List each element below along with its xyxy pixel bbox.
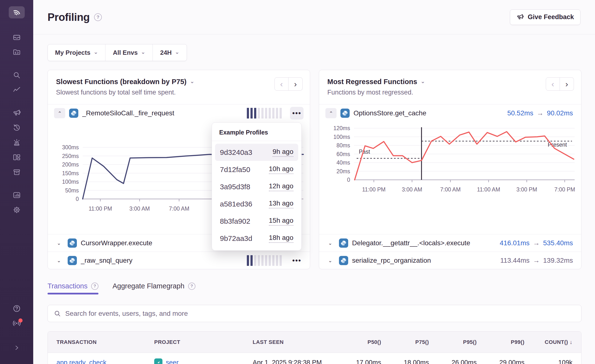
col-project[interactable]: PROJECT: [154, 339, 253, 345]
stats-icon[interactable]: [11, 190, 22, 200]
page-help-icon[interactable]: ?: [94, 13, 102, 21]
profile-item[interactable]: 8b3fa902 15h ago: [215, 213, 298, 230]
regressed-card-pager: ‹ ›: [546, 77, 574, 91]
before-duration: 113.44ms: [500, 257, 530, 264]
svg-text:7:00 PM: 7:00 PM: [554, 186, 575, 193]
give-feedback-button[interactable]: Give Feedback: [510, 9, 580, 25]
profile-time[interactable]: 10h ago: [269, 165, 293, 174]
project-filter[interactable]: My Projects ⌄: [48, 44, 105, 61]
profile-id[interactable]: 7d12fa50: [220, 166, 250, 174]
col-last-seen[interactable]: LAST SEEN: [253, 339, 333, 345]
count-value: 109k: [524, 359, 572, 364]
prev-page-button[interactable]: ‹: [546, 77, 560, 91]
p95-value: 26.00ms: [429, 359, 477, 364]
function-name[interactable]: CursorWrapper.execute: [81, 239, 152, 247]
sort-down-icon: ↓: [570, 339, 573, 345]
profile-time[interactable]: 15h ago: [269, 217, 293, 226]
profile-time[interactable]: 18h ago: [269, 234, 293, 243]
tab-help-icon[interactable]: ?: [188, 283, 195, 290]
expand-row-button[interactable]: ⌄: [54, 258, 64, 263]
function-name[interactable]: serialize_rpc_organization: [352, 257, 431, 264]
after-duration[interactable]: 535.40ms: [543, 239, 573, 247]
profile-id[interactable]: 3a95d3f8: [220, 183, 250, 191]
profile-id[interactable]: 9b72aa3d: [220, 234, 252, 243]
svg-text:3:00 AM: 3:00 AM: [129, 206, 150, 212]
profile-time[interactable]: 9h ago: [273, 148, 293, 157]
row-options-button[interactable]: •••: [290, 254, 304, 267]
svg-text:40ms: 40ms: [337, 159, 350, 166]
profile-id[interactable]: a581ed36: [220, 200, 252, 208]
profile-item[interactable]: a581ed36 13h ago: [215, 195, 298, 213]
help-icon[interactable]: [11, 303, 22, 314]
profile-item[interactable]: 7d12fa50 10h ago: [215, 161, 298, 178]
col-p95[interactable]: P95(): [429, 339, 477, 345]
expand-row-button[interactable]: ⌄: [325, 240, 335, 246]
most-regressed-card: Most Regressed Functions ⌄ Functions by …: [319, 70, 581, 269]
settings-icon[interactable]: [11, 205, 22, 215]
function-name[interactable]: _raw_snql_query: [81, 257, 132, 264]
transactions-table: TRANSACTION PROJECT LAST SEEN P50() P75(…: [48, 331, 581, 364]
notification-dot: [18, 318, 23, 323]
chevron-down-icon: ⌄: [190, 79, 194, 84]
row-options-button[interactable]: •••: [290, 107, 304, 119]
dashboards-icon[interactable]: [11, 152, 22, 163]
function-row: ⌄ serialize_rpc_organization 113.44ms → …: [319, 252, 581, 269]
traces-icon[interactable]: [11, 85, 22, 95]
date-range-label: 24H: [160, 49, 172, 56]
environment-filter-label: All Envs: [113, 49, 138, 56]
profile-item[interactable]: 9b72aa3d 18h ago: [215, 230, 298, 247]
give-feedback-label: Give Feedback: [528, 13, 574, 21]
next-page-button[interactable]: ›: [289, 77, 303, 91]
prev-page-button[interactable]: ‹: [274, 77, 289, 91]
alerts-icon[interactable]: [11, 137, 22, 148]
before-duration[interactable]: 416.01ms: [500, 239, 530, 247]
sentry-logo[interactable]: [9, 6, 25, 18]
function-name[interactable]: OptionsStore.get_cache: [354, 109, 426, 117]
releases-icon[interactable]: [11, 167, 22, 177]
next-page-button[interactable]: ›: [560, 77, 574, 91]
feedback-icon[interactable]: [11, 108, 22, 118]
profile-time[interactable]: 13h ago: [269, 199, 293, 208]
function-name[interactable]: Delegator.__getattr__.<locals>.execute: [352, 239, 470, 247]
col-count[interactable]: COUNT() ↓: [524, 339, 572, 345]
svg-text:3:00 AM: 3:00 AM: [402, 186, 422, 193]
collapse-row-button[interactable]: ⌄: [325, 108, 337, 118]
environment-filter[interactable]: All Envs ⌄: [105, 44, 153, 61]
date-range-filter[interactable]: 24H ⌄: [153, 44, 186, 61]
function-name[interactable]: _RemoteSiloCall._fire_request: [82, 109, 174, 117]
profile-time[interactable]: 12h ago: [269, 182, 293, 191]
transaction-link[interactable]: app.ready_check: [56, 359, 106, 364]
profiling-page: Profiling ? Give Feedback My Projects ⌄ …: [0, 0, 595, 364]
tab-label: Aggregate Flamegraph: [113, 282, 185, 290]
profile-item[interactable]: 3a95d3f8 12h ago: [215, 178, 298, 195]
tab-help-icon[interactable]: ?: [91, 283, 98, 290]
search-icon[interactable]: [11, 70, 22, 80]
svg-text:50ms: 50ms: [65, 187, 79, 194]
col-p75[interactable]: P75(): [381, 339, 429, 345]
issues-icon[interactable]: [11, 32, 22, 43]
profile-item[interactable]: 9d3240a3 9h ago: [215, 144, 298, 161]
whats-new-icon[interactable]: [11, 318, 22, 329]
col-p99[interactable]: P99(): [477, 339, 524, 345]
col-p50[interactable]: P50(): [333, 339, 381, 345]
after-duration[interactable]: 90.02ms: [547, 109, 573, 117]
slowest-card-title[interactable]: Slowest Functions (breakdown by P75) ⌄: [56, 78, 302, 86]
before-duration[interactable]: 50.52ms: [507, 109, 533, 117]
profile-id[interactable]: 8b3fa902: [220, 217, 250, 225]
sidebar-expand-icon[interactable]: [11, 342, 22, 353]
tab-aggregate-flamegraph[interactable]: Aggregate Flamegraph ?: [113, 282, 195, 294]
replays-icon[interactable]: [11, 122, 22, 133]
search-input[interactable]: [65, 310, 575, 317]
expand-row-button[interactable]: ⌄: [325, 258, 335, 263]
regressed-card-title[interactable]: Most Regressed Functions ⌄: [327, 78, 573, 86]
svg-text:11:00 PM: 11:00 PM: [362, 186, 386, 193]
tab-transactions[interactable]: Transactions ?: [48, 282, 98, 294]
col-transaction[interactable]: TRANSACTION: [56, 339, 154, 345]
search-bar: [48, 305, 581, 322]
expand-row-button[interactable]: ⌄: [54, 240, 64, 246]
project-link[interactable]: seer: [166, 359, 179, 364]
table-row[interactable]: app.ready_check seer Apr 1, 2025 9:28:38…: [48, 353, 581, 364]
profile-id[interactable]: 9d3240a3: [220, 148, 252, 157]
collapse-row-button[interactable]: ⌄: [54, 108, 65, 118]
projects-icon[interactable]: [11, 47, 22, 57]
